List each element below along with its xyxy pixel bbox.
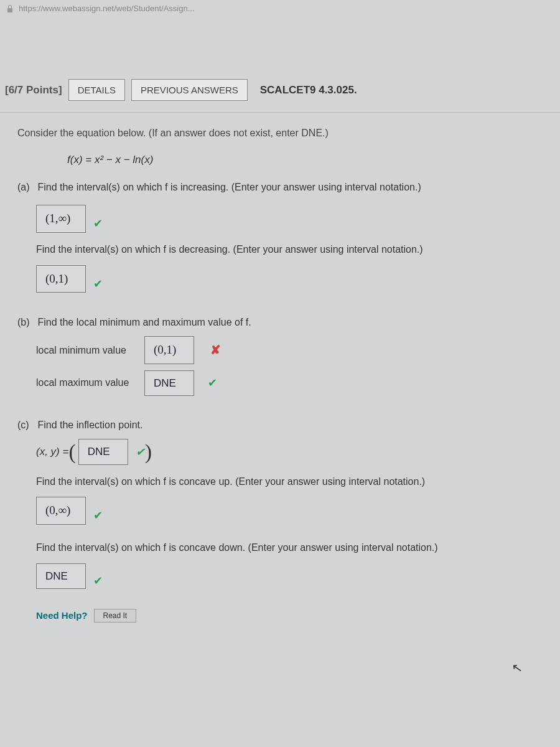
cursor-icon: ↖ — [511, 660, 524, 677]
part-c-concave-up-q: Find the interval(s) on which f is conca… — [36, 474, 549, 490]
check-icon: ✔ — [208, 374, 217, 392]
answer-a-decreasing[interactable]: (0,1) — [36, 265, 86, 293]
check-icon: ✔ — [93, 509, 103, 522]
read-it-button[interactable]: Read It — [94, 609, 137, 622]
lock-icon — [6, 4, 14, 13]
address-bar[interactable]: https://www.webassign.net/web/Student/As… — [0, 0, 560, 17]
answer-inflection[interactable]: DNE — [78, 439, 128, 464]
question-reference: SCALCET9 4.3.025. — [260, 84, 357, 96]
answer-local-min[interactable]: (0,1) — [144, 336, 194, 364]
part-b: (b) Find the local minimum and maximum v… — [17, 314, 549, 331]
page-content: [6/7 Points] DETAILS PREVIOUS ANSWERS SC… — [0, 17, 560, 623]
part-b-label: (b) — [17, 314, 35, 331]
answer-concave-down[interactable]: DNE — [36, 563, 86, 589]
part-a-q2: Find the interval(s) on which f is decre… — [36, 242, 549, 258]
part-c-label: (c) — [17, 417, 35, 433]
close-paren: ) — [145, 441, 152, 463]
part-c: (c) Find the inflection point. — [17, 417, 549, 433]
question-header: [6/7 Points] DETAILS PREVIOUS ANSWERS SC… — [0, 79, 560, 113]
help-row: Need Help? Read It — [36, 608, 549, 623]
answer-concave-up[interactable]: (0,∞) — [36, 497, 86, 524]
points-label: [6/7 Points] — [5, 84, 62, 96]
inflection-row: (x, y) = ( DNE ✔ ) — [36, 439, 549, 464]
local-max-label: local maximum value — [36, 375, 136, 391]
instruction-text: Consider the equation below. (If an answ… — [17, 125, 549, 141]
local-min-label: local minimum value — [36, 342, 136, 359]
part-b-q: Find the local minimum and maximum value… — [37, 317, 251, 327]
part-a-label: (a) — [17, 179, 35, 195]
local-max-row: local maximum value DNE ✔ — [36, 370, 549, 396]
local-min-row: local minimum value (0,1) ✘ — [36, 336, 549, 364]
answer-a-increasing[interactable]: (1,∞) — [36, 205, 86, 232]
part-c-inflection-q: Find the inflection point. — [37, 420, 142, 430]
previous-answers-button[interactable]: PREVIOUS ANSWERS — [131, 79, 248, 101]
xy-label: (x, y) = — [36, 443, 68, 460]
check-icon: ✔ — [136, 443, 145, 461]
part-a-q1: Find the interval(s) on which f is incre… — [37, 182, 421, 192]
open-paren: ( — [68, 441, 75, 463]
answer-local-max[interactable]: DNE — [144, 370, 194, 396]
details-button[interactable]: DETAILS — [68, 79, 125, 101]
part-a: (a) Find the interval(s) on which f is i… — [17, 179, 549, 195]
need-help-label: Need Help? — [36, 608, 88, 623]
equation: f(x) = x² − x − ln(x) — [67, 151, 549, 168]
check-icon: ✔ — [93, 575, 103, 587]
check-icon: ✔ — [93, 278, 103, 290]
url-text: https://www.webassign.net/web/Student/As… — [19, 4, 195, 13]
check-icon: ✔ — [93, 217, 103, 230]
cross-icon: ✘ — [210, 340, 221, 360]
question-body: Consider the equation below. (If an answ… — [0, 113, 560, 623]
part-c-concave-down-q: Find the interval(s) on which f is conca… — [36, 540, 549, 556]
